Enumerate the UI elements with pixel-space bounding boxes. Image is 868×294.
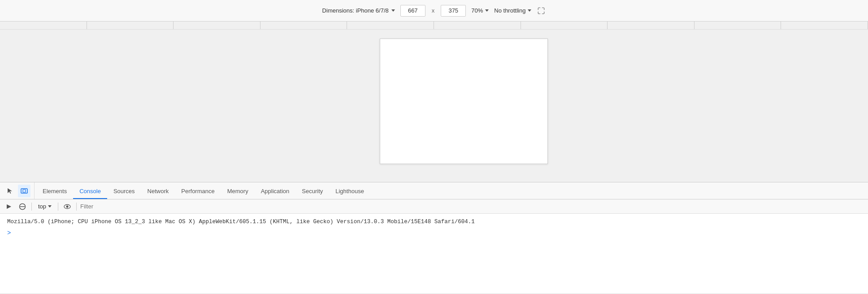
eye-icon-btn[interactable] (62, 201, 73, 212)
tab-security[interactable]: Security (295, 184, 329, 199)
throttle-selector[interactable]: No throttling (494, 7, 531, 14)
tab-elements[interactable]: Elements (36, 184, 73, 199)
zoom-value: 70% (471, 7, 483, 14)
ruler-segment-5 (347, 22, 434, 29)
ruler-segment-4 (260, 22, 347, 29)
ruler-segment-10 (781, 22, 868, 29)
device-frame (380, 39, 548, 164)
ruler-segment-6 (434, 22, 521, 29)
ruler-segment-1 (0, 22, 87, 29)
device-toolbar: Dimensions: iPhone 6/7/8 x 70% No thrott… (0, 0, 868, 22)
toolbar-divider-3 (76, 203, 77, 211)
ruler-segment-3 (174, 22, 260, 29)
filter-input[interactable] (80, 202, 864, 212)
tab-performance[interactable]: Performance (175, 184, 221, 199)
tab-lighthouse[interactable]: Lighthouse (329, 184, 370, 199)
throttle-chevron-icon (528, 9, 531, 12)
cursor-icon-btn[interactable] (4, 185, 16, 197)
dimensions-text: Dimensions: iPhone 6/7/8 (322, 7, 389, 14)
devtools-panel: Elements Console Sources Network Perform… (0, 182, 868, 293)
svg-point-6 (66, 205, 69, 208)
console-prompt[interactable]: > (0, 228, 868, 238)
ruler-segment-2 (87, 22, 174, 29)
dimension-x-separator: x (432, 7, 435, 14)
toolbar-divider-2 (58, 203, 58, 211)
toolbar-divider-1 (31, 203, 32, 211)
dimensions-label[interactable]: Dimensions: iPhone 6/7/8 (322, 7, 395, 14)
rotate-icon[interactable] (537, 6, 546, 15)
tab-memory[interactable]: Memory (221, 184, 255, 199)
viewport-area (0, 30, 868, 182)
throttling-value: No throttling (494, 7, 525, 14)
tab-icon-group (0, 182, 35, 199)
tab-sources[interactable]: Sources (107, 184, 141, 199)
ruler-segment-7 (521, 22, 608, 29)
context-label: top (38, 203, 46, 210)
console-output: Mozilla/5.0 (iPhone; CPU iPhone OS 13_2_… (0, 214, 868, 293)
svg-rect-1 (23, 190, 26, 192)
responsive-icon-btn[interactable] (18, 185, 30, 197)
execute-button[interactable] (4, 201, 14, 212)
zoom-chevron-icon (485, 9, 489, 12)
svg-marker-2 (7, 204, 11, 209)
width-input[interactable] (400, 5, 425, 17)
ruler-segment-8 (608, 22, 694, 29)
tab-bar: Elements Console Sources Network Perform… (0, 182, 868, 199)
ruler-area (0, 22, 868, 30)
context-selector[interactable]: top (35, 202, 54, 211)
prompt-caret-icon: > (7, 229, 11, 237)
context-chevron-icon (48, 205, 52, 208)
no-entry-button[interactable] (17, 201, 28, 212)
height-input[interactable] (441, 5, 466, 17)
ruler-segment-9 (694, 22, 781, 29)
console-log-entry: Mozilla/5.0 (iPhone; CPU iPhone OS 13_2_… (0, 216, 868, 228)
tab-console[interactable]: Console (73, 184, 107, 199)
console-toolbar: top (0, 199, 868, 214)
tab-application[interactable]: Application (255, 184, 296, 199)
tab-list: Elements Console Sources Network Perform… (35, 182, 370, 199)
dimensions-chevron-icon (391, 9, 395, 12)
tab-network[interactable]: Network (141, 184, 175, 199)
zoom-selector[interactable]: 70% (471, 7, 489, 14)
